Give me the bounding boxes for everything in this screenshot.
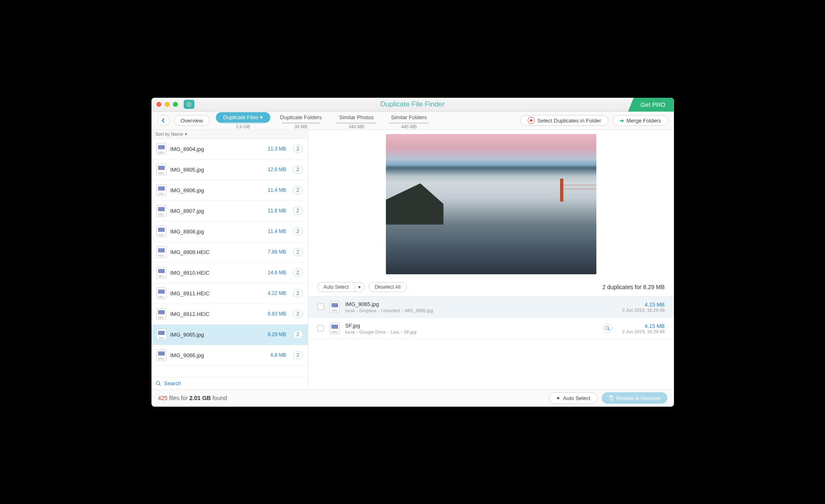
tab-label: Duplicate Files ▾ [216, 112, 270, 123]
svg-line-4 [608, 329, 610, 330]
duplicate-path: lucia›Google Drive›Lisa›SF.jpg [345, 330, 598, 334]
duplicate-actions-bar: Auto Select ▾ Deselect All 2 duplicates … [308, 278, 674, 297]
file-icon [156, 226, 166, 237]
file-row[interactable]: IMG_8908.jpg11.4 MB2 [151, 221, 308, 242]
duplicate-row[interactable]: SF.jpglucia›Google Drive›Lisa›SF.jpg4.15… [308, 318, 674, 339]
tab-duplicate-folders[interactable]: Duplicate Folders39 MB [273, 112, 329, 129]
tab-label: Similar Photos [332, 112, 381, 123]
tab-size: 39 MB [294, 124, 307, 129]
duplicate-date: 3 Jun 2019, 16:29:49 [622, 329, 664, 334]
duplicate-summary: 2 duplicates for 8.29 MB [603, 284, 665, 290]
deselect-all-button[interactable]: Deselect All [369, 282, 407, 292]
auto-select-button[interactable]: Auto Select [317, 282, 355, 292]
file-list-panel: Sort by Name ▾ IMG_8904.jpg11.3 MB2IMG_8… [151, 130, 308, 389]
file-name: IMG_8910.HEIC [170, 270, 264, 276]
status-bar: 425 files for 2.01 GB found ✦ Auto Selec… [151, 389, 674, 407]
close-button[interactable] [156, 102, 161, 107]
duplicate-count-badge: 2 [293, 186, 303, 194]
category-tabs: Duplicate Files ▾1.6 GBDuplicate Folders… [216, 112, 435, 129]
svg-point-3 [606, 327, 609, 330]
file-row[interactable]: IMG_8910.HEIC14.6 MB2 [151, 263, 308, 283]
file-row[interactable]: IMG_8907.jpg11.6 MB2 [151, 201, 308, 221]
duplicate-count-badge: 2 [293, 145, 303, 153]
file-size: 12.9 MB [268, 167, 286, 172]
duplicate-count-badge: 2 [293, 289, 303, 297]
quicklook-button[interactable] [603, 324, 612, 333]
tab-size: 1.6 GB [236, 124, 250, 129]
toolbar: Overview Duplicate Files ▾1.6 GBDuplicat… [151, 112, 674, 130]
search-icon [156, 381, 161, 386]
chevron-left-icon [161, 118, 165, 123]
file-count-summary: 425 files for 2.01 GB found [158, 395, 227, 401]
duplicate-count-badge: 2 [293, 330, 303, 339]
file-row[interactable]: IMG_8911.HEIC4.22 MB2 [151, 283, 308, 304]
zoom-button[interactable] [173, 102, 178, 107]
duplicate-count-badge: 2 [293, 248, 303, 256]
file-size: 6.83 MB [268, 311, 286, 317]
tab-label: Similar Folders [384, 112, 435, 123]
image-preview [308, 130, 674, 278]
duplicate-row[interactable]: IMG_9065.jpglucia›Dropbox›Unsorted›IMG_9… [308, 297, 674, 318]
wand-icon: ✦ [556, 395, 560, 401]
duplicate-info: SF.jpglucia›Google Drive›Lisa›SF.jpg [345, 323, 598, 334]
file-name: IMG_8909.HEIC [170, 249, 264, 255]
tab-label: Duplicate Folders [273, 112, 329, 123]
file-row[interactable]: IMG_9066.jpg6.8 MB2 [151, 345, 308, 366]
chevron-down-icon: ▾ [185, 132, 187, 137]
duplicate-count-badge: 2 [293, 227, 303, 236]
auto-select-split-button: Auto Select ▾ [317, 282, 364, 292]
file-name: IMG_9066.jpg [170, 352, 267, 358]
merge-folders-label: Merge Folders [626, 118, 661, 124]
search-placeholder: Search [164, 380, 181, 386]
titlebar: Duplicate File Finder Get PRO [151, 98, 674, 112]
file-icon [156, 205, 166, 217]
back-button[interactable] [157, 115, 170, 126]
file-row[interactable]: IMG_9065.jpg8.29 MB2 [151, 325, 308, 345]
file-row[interactable]: IMG_8905.jpg12.9 MB2 [151, 160, 308, 180]
select-checkbox[interactable] [317, 325, 324, 332]
duplicate-count-badge: 2 [293, 310, 303, 318]
preview-image [386, 134, 596, 274]
duplicate-count-badge: 2 [293, 165, 303, 174]
duplicate-size: 4.15 MB [622, 323, 664, 329]
file-size: 11.6 MB [268, 208, 286, 214]
tab-similar-folders[interactable]: Similar Folders445 MB [384, 112, 435, 129]
merge-folders-button[interactable]: ➜ Merge Folders [612, 115, 668, 126]
file-size: 4.22 MB [268, 290, 286, 296]
file-row[interactable]: IMG_8906.jpg11.4 MB2 [151, 180, 308, 201]
window-controls [156, 102, 178, 107]
tab-duplicate-files[interactable]: Duplicate Files ▾1.6 GB [216, 112, 270, 129]
file-row[interactable]: IMG_8912.HEIC6.83 MB2 [151, 304, 308, 325]
file-icon [156, 329, 166, 340]
sort-dropdown[interactable]: Sort by Name ▾ [151, 130, 308, 139]
get-pro-button[interactable]: Get PRO [628, 98, 674, 112]
select-duplicates-label: Select Duplicates in Folder [537, 118, 601, 124]
overview-button[interactable]: Overview [174, 115, 210, 126]
duplicate-name: SF.jpg [345, 323, 598, 329]
sort-label: Sort by Name [156, 132, 183, 137]
duplicate-path: lucia›Dropbox›Unsorted›IMG_9065.jpg [345, 308, 617, 313]
file-list[interactable]: IMG_8904.jpg11.3 MB2IMG_8905.jpg12.9 MB2… [151, 139, 308, 377]
tab-similar-photos[interactable]: Similar Photos340 MB [332, 112, 381, 129]
file-row[interactable]: IMG_8904.jpg11.3 MB2 [151, 139, 308, 160]
file-icon [330, 301, 340, 313]
file-icon [156, 143, 166, 155]
select-checkbox[interactable] [317, 304, 324, 310]
file-name: IMG_9065.jpg [170, 332, 264, 338]
file-icon [156, 164, 166, 175]
file-icon [156, 308, 166, 320]
file-size: 11.3 MB [268, 146, 286, 152]
file-name: IMG_8908.jpg [170, 228, 264, 235]
file-row[interactable]: IMG_8909.HEIC7.88 MB2 [151, 242, 308, 263]
minimize-button[interactable] [165, 102, 170, 107]
select-duplicates-in-folder-button[interactable]: Select Duplicates in Folder [520, 115, 608, 126]
auto-select-dropdown[interactable]: ▾ [355, 282, 364, 292]
duplicate-meta: 4.15 MB3 Jun 2019, 16:29:49 [622, 301, 664, 313]
file-icon [156, 349, 166, 361]
file-name: IMG_8907.jpg [170, 208, 264, 214]
footer-auto-select-button[interactable]: ✦ Auto Select [549, 392, 598, 404]
search-field[interactable]: Search [151, 377, 308, 389]
app-window: Duplicate File Finder Get PRO Overview D… [151, 98, 674, 407]
review-remove-button[interactable]: Review & Remove [602, 392, 667, 404]
duplicate-name: IMG_9065.jpg [345, 301, 617, 307]
